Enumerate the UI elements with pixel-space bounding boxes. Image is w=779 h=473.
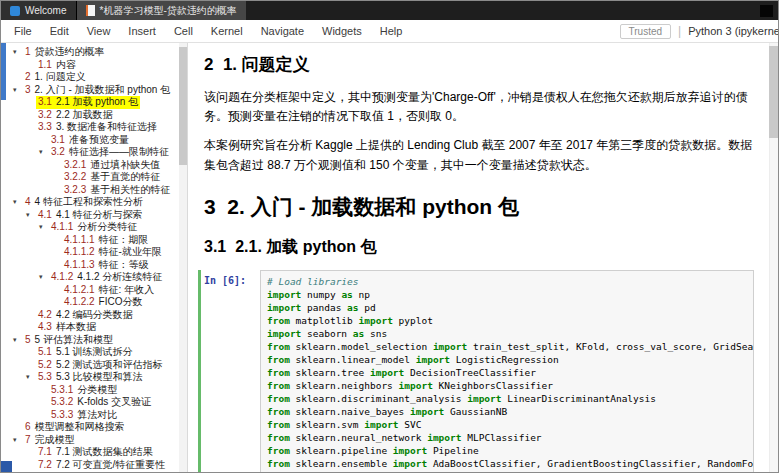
trusted-badge[interactable]: Trusted	[620, 24, 672, 39]
code-keyword: import	[416, 354, 450, 365]
code-text: pd	[359, 302, 376, 313]
menu-item-view[interactable]: View	[78, 22, 120, 40]
chevron-down-icon[interactable]: ▾	[26, 371, 36, 384]
toc-item-label: 分类模型	[77, 384, 117, 397]
menu-item-edit[interactable]: Edit	[41, 22, 78, 40]
toc-item[interactable]: 4.1.2.2FICO分数	[13, 296, 177, 309]
toc-item[interactable]: ▾3.2特征选择——限制特征	[13, 146, 177, 159]
toc-item-text: 3.22.2 加载数据	[36, 109, 115, 122]
toc-item[interactable]: 5.3.3算法对比	[13, 409, 177, 422]
window-close-button[interactable]	[760, 5, 773, 17]
toc-item[interactable]: ▾44 特征工程和探索性分析	[13, 196, 177, 209]
code-text: LinearDiscriminantAnalysis	[502, 393, 656, 404]
toc-item[interactable]: 3.2.2基于直觉的特征	[13, 171, 177, 184]
toc-item[interactable]: ▾4.1.1分析分类特征	[13, 221, 177, 234]
code-text: numpy	[301, 289, 341, 300]
code-text: classification_report, confusion_matrix,…	[421, 471, 741, 472]
code-keyword: import	[393, 458, 427, 469]
code-line: # Load libraries	[267, 275, 747, 288]
code-cell[interactable]: In [6]: # Load librariesimport numpy as …	[198, 270, 754, 472]
code-comment: # Load libraries	[267, 276, 359, 287]
code-input[interactable]: # Load librariesimport numpy as npimport…	[260, 270, 754, 472]
code-line: from sklearn.model_selection import trai…	[267, 340, 747, 353]
chevron-down-icon[interactable]: ▾	[13, 334, 23, 347]
chevron-down-icon[interactable]: ▾	[13, 84, 23, 97]
toc-item[interactable]: 1.1内容	[13, 59, 177, 72]
toc-item[interactable]: 3.12.1 加载 python 包	[13, 96, 177, 109]
toc-item-text: 32. 入门 - 加载数据和 python 包	[23, 84, 172, 97]
chevron-down-icon[interactable]: ▾	[13, 196, 23, 209]
toc-item[interactable]: 4.1.1.3特征：等级	[13, 259, 177, 272]
toc-item[interactable]: 3.33. 数据准备和特征选择	[13, 121, 177, 134]
toc-item[interactable]: ▾5.35.3 比较模型和算法	[13, 371, 177, 384]
toc-item[interactable]: ▾7完成模型	[13, 434, 177, 447]
toc-left-scrollbar-thumb[interactable]	[1, 43, 6, 100]
toc-item[interactable]: ▾1贷款违约的概率	[13, 46, 177, 59]
toc-item-text: 7.27.2 可变直觉/特征重要性	[36, 459, 167, 472]
chevron-down-icon[interactable]: ▾	[26, 209, 36, 222]
chevron-down-icon[interactable]: ▾	[13, 434, 23, 447]
toc-item[interactable]: ▾55 评估算法和模型	[13, 334, 177, 347]
toc-item[interactable]: 4.1.1.2特征-就业年限	[13, 246, 177, 259]
toc-item[interactable]: 6模型调整和网格搜索	[13, 421, 177, 434]
toc-item-number: 3.2.2	[64, 171, 86, 184]
toc-item[interactable]: ▾4.1.24.1.2 分析连续特征	[13, 271, 177, 284]
toc-item-text: 4.14.1 特征分析与探索	[36, 209, 145, 222]
menu-item-help[interactable]: Help	[371, 22, 412, 40]
toc-scrollbar-track[interactable]	[179, 43, 187, 472]
toc-item[interactable]: 3.1准备预览变量	[13, 134, 177, 147]
toc-scrollbar-thumb[interactable]	[179, 47, 187, 165]
paragraph-problem-2: 本案例研究旨在分析 Kaggle 上提供的 Lending Club 截至 20…	[204, 136, 754, 174]
toc-item[interactable]: 3.22.2 加载数据	[13, 109, 177, 122]
toc-item[interactable]: 5.3.2K-folds 交叉验证	[13, 396, 177, 409]
toc-item-label: 模型调整和网格搜索	[35, 421, 125, 434]
toc-item-text: 7.17.1 测试数据集的结果	[36, 446, 155, 459]
toc-item[interactable]: 5.15.1 训练测试拆分	[13, 346, 177, 359]
toc-item-label: 2.1 加载 python 包	[56, 96, 138, 109]
menu-item-widgets[interactable]: Widgets	[313, 22, 371, 40]
toc-corner-handle[interactable]	[1, 461, 12, 472]
toc-item[interactable]: 7.17.1 测试数据集的结果	[13, 446, 177, 459]
code-text: sklearn.linear_model	[290, 354, 416, 365]
toc-item[interactable]: 21. 问题定义	[13, 71, 177, 84]
toc-item[interactable]: 4.24.2 编码分类数据	[13, 309, 177, 322]
menu-item-navigate[interactable]: Navigate	[252, 22, 313, 40]
toc-item[interactable]: 3.2.3基于相关性的特征	[13, 184, 177, 197]
toc-item[interactable]: ▾32. 入门 - 加载数据和 python 包	[13, 84, 177, 97]
toc-item[interactable]: 4.1.1.1特征：期限	[13, 234, 177, 247]
menu-item-cell[interactable]: Cell	[165, 22, 202, 40]
menu-item-insert[interactable]: Insert	[119, 22, 165, 40]
code-line: from sklearn.ensemble import AdaBoostCla…	[267, 457, 747, 470]
toc-item-number: 4.1.2.1	[64, 284, 95, 297]
code-text: np	[353, 289, 370, 300]
tab-notebook-label: *机器学习模型-贷款违约的概率	[100, 4, 237, 18]
toc-item-number: 3	[25, 84, 31, 97]
toc-item-text: 4.1.1.1特征：期限	[62, 234, 151, 247]
menu-item-kernel[interactable]: Kernel	[202, 22, 252, 40]
toc-item[interactable]: 5.3.1分类模型	[13, 384, 177, 397]
chevron-down-icon[interactable]: ▾	[39, 271, 49, 284]
code-text: DecisionTreeClassifier	[404, 367, 536, 378]
toc-item-number: 3.3	[38, 121, 52, 134]
chevron-down-icon[interactable]: ▾	[13, 46, 23, 59]
chevron-down-icon[interactable]: ▾	[39, 146, 49, 159]
content-scrollbar-track[interactable]	[769, 43, 778, 472]
code-text: sklearn.discriminant_analysis	[290, 393, 467, 404]
window-titlebar: Welcome *机器学习模型-贷款违约的概率	[1, 1, 778, 20]
toc-item[interactable]: 4.3样本数据	[13, 321, 177, 334]
code-line: from sklearn.tree import DecisionTreeCla…	[267, 366, 747, 379]
toc-item-label: 5 评估算法和模型	[35, 334, 113, 347]
toc-item[interactable]: 5.25.2 测试选项和评估指标	[13, 359, 177, 372]
toc-item[interactable]: ▾4.14.1 特征分析与探索	[13, 209, 177, 222]
toc-item[interactable]: 7.27.2 可变直觉/特征重要性	[13, 459, 177, 472]
tab-welcome[interactable]: Welcome	[1, 1, 77, 20]
menu-item-file[interactable]: File	[5, 22, 41, 40]
toc-item[interactable]: 4.1.2.1特征: 年收入	[13, 284, 177, 297]
tab-notebook[interactable]: *机器学习模型-贷款违约的概率	[77, 1, 246, 20]
content-scrollbar-thumb[interactable]	[769, 46, 778, 138]
code-keyword: from	[267, 341, 290, 352]
chevron-down-icon[interactable]: ▾	[39, 221, 49, 234]
toc-item[interactable]: 3.2.1通过填补缺失值	[13, 159, 177, 172]
toc-item-number: 5	[25, 334, 31, 347]
notebook-tab-icon	[86, 5, 95, 16]
